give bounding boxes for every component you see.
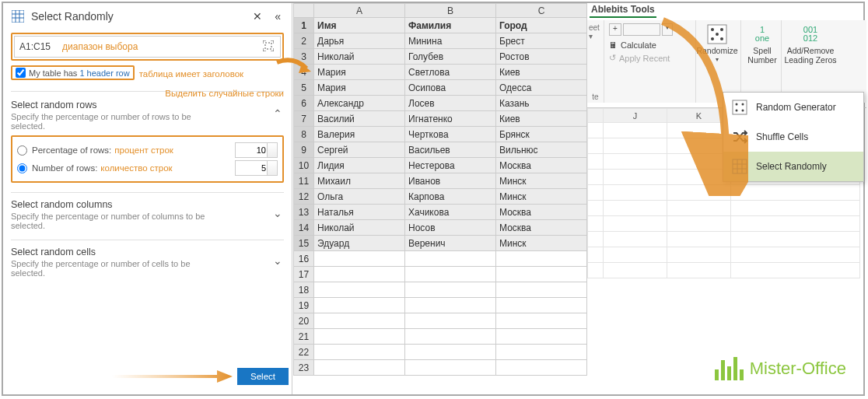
svg-rect-5 [265,43,271,49]
grid-icon [731,158,748,175]
percentage-rows-annot: процент строк [114,145,173,155]
dice-icon [706,23,728,45]
calc-field[interactable] [623,23,660,36]
range-box: диапазон выбора [11,33,284,61]
header-annotation: таблица имеет заголовок [139,69,244,79]
plus-button[interactable]: + [609,23,621,36]
section-columns: Select random columns Specify the percen… [11,199,284,230]
randomize-button[interactable]: Randomize ▾ [696,20,738,63]
close-icon[interactable]: ✕ [250,10,265,23]
chevron-down-icon: ▾ [716,56,719,63]
svg-point-16 [742,110,744,112]
dd-random-generator[interactable]: Random Generator [723,93,863,122]
svg-point-9 [716,33,719,36]
header-row-checkbox[interactable] [16,68,26,78]
svg-rect-0 [12,10,24,23]
range-input[interactable] [19,41,62,52]
leading-zeros-icon: 001012 [800,23,821,45]
chevron-down-icon[interactable]: ⌄ [273,207,282,219]
section-rows-title: Select random rows [11,100,284,110]
svg-point-13 [736,103,738,106]
grid-icon [11,9,25,23]
svg-rect-12 [733,100,747,114]
section-cells: Select random cells Specify the percenta… [11,247,284,278]
number-rows-label: Number of rows: [32,163,97,173]
section-cols-title: Select random columns [11,199,284,210]
svg-point-8 [720,28,723,31]
number-rows-input[interactable] [235,160,278,176]
range-selector-icon[interactable] [263,40,275,53]
collapse-icon[interactable]: « [271,10,284,23]
dropdown-icon[interactable]: ▾ [662,23,673,36]
percentage-rows-radio[interactable] [17,145,27,156]
dice-icon [731,99,748,116]
section-rows-desc: Specify the percentage or number of rows… [11,112,213,131]
apply-recent-button[interactable]: ↺Apply Recent [609,53,691,63]
calculate-button[interactable]: 🖩Calculate [609,40,691,50]
header-row-label: My table has 1 header row [29,68,130,78]
rows-annotation-title: Выделить случайные строки [11,89,284,98]
ribbon-cut-label: eet [589,23,602,32]
svg-rect-17 [733,159,747,173]
logo-bars-icon [715,357,744,380]
dd-shuffle-cells[interactable]: Shuffle Cells [723,122,863,152]
chevron-up-icon[interactable]: ⌃ [273,107,282,120]
svg-point-10 [711,37,714,40]
header-row-link[interactable]: 1 header row [79,68,129,78]
leading-zeros-button[interactable]: 001012 Add/Remove Leading Zeros [782,20,839,65]
svg-point-14 [742,103,744,106]
section-cells-desc: Specify the percentage or number of cell… [11,259,213,278]
rows-options: Percentage of rows: процент строк Number… [11,135,284,183]
ribbon-tab[interactable]: Ablebits Tools [590,4,656,18]
arrow-annotation-icon [112,368,233,385]
panel-title: Select Randomly [31,10,243,23]
chevron-down-icon[interactable]: ⌄ [273,254,282,267]
spreadsheet[interactable]: ABC1ИмяФамилияГород2ДарьяМининаБрест3Ник… [293,3,587,394]
calculator-icon: 🖩 [609,40,618,50]
percentage-rows-label: Percentage of rows: [32,145,111,155]
number-rows-radio[interactable] [17,163,27,173]
shuffle-icon [731,128,748,145]
range-annotation: диапазон выбора [62,41,263,52]
svg-point-7 [711,28,714,31]
section-cells-title: Select random cells [11,247,284,257]
section-cols-desc: Specify the percentage or number of colu… [11,212,213,230]
spell-number-icon: 1one [751,23,773,45]
dd-select-randomly[interactable]: Select Randomly [723,152,863,181]
select-randomly-panel: Select Randomly ✕ « диапазон выбора My t… [3,3,292,394]
svg-point-11 [720,37,723,40]
ribbon-group-label: te [587,93,604,101]
svg-point-15 [736,110,738,112]
section-rows: Select random rows Specify the percentag… [11,100,284,183]
select-button[interactable]: Select [237,368,289,385]
history-icon: ↺ [609,53,616,63]
header-row-checkbox-wrap: My table has 1 header row [11,65,135,80]
randomize-dropdown: Random Generator Shuffle Cells Select Ra… [723,92,864,182]
number-rows-annot: количество строк [100,163,172,173]
percentage-rows-input[interactable] [235,142,278,158]
logo: Mister-Office [715,357,846,380]
spell-number-button[interactable]: 1one Spell Number [741,20,783,65]
